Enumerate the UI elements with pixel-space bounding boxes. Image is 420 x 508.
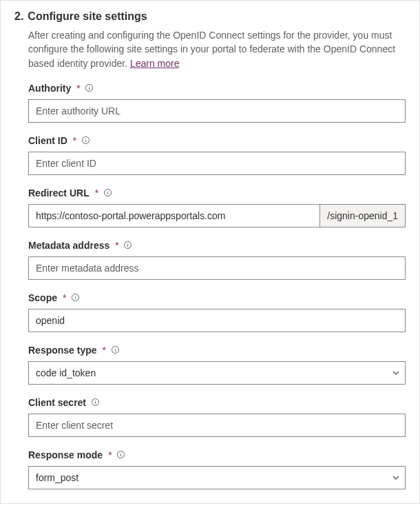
authority-label: Authority xyxy=(28,83,71,94)
response-type-select[interactable]: code id_token xyxy=(28,361,406,385)
svg-point-22 xyxy=(120,453,121,454)
svg-point-1 xyxy=(89,86,90,87)
step-title: Configure site settings xyxy=(28,10,147,23)
response-type-field: Response type * code id_token xyxy=(28,345,406,385)
response-type-label-row: Response type * xyxy=(28,345,406,356)
redirect-url-label-row: Redirect URL * xyxy=(28,187,406,199)
metadata-input[interactable] xyxy=(28,256,406,280)
step-header: 2. Configure site settings xyxy=(14,10,406,23)
redirect-url-field: Redirect URL * /signin-openid_1 xyxy=(28,187,406,227)
required-marker: * xyxy=(95,187,98,199)
info-icon[interactable] xyxy=(103,188,112,198)
client-id-input[interactable] xyxy=(28,152,406,175)
scope-label-row: Scope * xyxy=(28,292,406,303)
info-icon[interactable] xyxy=(123,241,133,250)
info-icon[interactable] xyxy=(81,136,90,145)
svg-point-16 xyxy=(115,348,116,349)
metadata-label: Metadata address xyxy=(28,240,109,251)
scope-label: Scope xyxy=(28,292,57,303)
response-mode-label-row: Response mode * xyxy=(28,449,406,460)
authority-field: Authority * xyxy=(28,83,406,123)
info-icon[interactable] xyxy=(90,398,100,407)
response-mode-field: Response mode * form_post xyxy=(28,449,406,489)
redirect-url-input-group: /signin-openid_1 xyxy=(28,204,406,227)
svg-point-19 xyxy=(95,400,96,401)
svg-point-13 xyxy=(75,296,76,296)
scope-input[interactable] xyxy=(28,309,406,332)
required-marker: * xyxy=(63,292,66,303)
info-icon[interactable] xyxy=(116,450,126,460)
client-secret-field: Client secret xyxy=(28,397,406,437)
client-id-label: Client ID xyxy=(28,135,67,146)
metadata-label-row: Metadata address * xyxy=(28,240,406,251)
step-description: After creating and configuring the OpenI… xyxy=(28,28,406,70)
response-type-select-wrap: code id_token xyxy=(28,361,406,385)
required-marker: * xyxy=(76,83,80,94)
info-icon[interactable] xyxy=(70,293,80,303)
client-secret-label-row: Client secret xyxy=(28,397,406,408)
info-icon[interactable] xyxy=(110,345,120,355)
learn-more-link[interactable]: Learn more xyxy=(130,58,180,69)
response-mode-select[interactable]: form_post xyxy=(28,466,406,489)
authority-input[interactable] xyxy=(28,99,406,123)
required-marker: * xyxy=(73,135,76,146)
info-icon[interactable] xyxy=(85,83,94,93)
client-secret-input[interactable] xyxy=(28,414,406,437)
scope-field: Scope * xyxy=(28,292,406,332)
desc-text: After creating and configuring the OpenI… xyxy=(28,30,395,69)
response-mode-select-wrap: form_post xyxy=(28,466,406,489)
svg-point-7 xyxy=(107,191,108,192)
metadata-field: Metadata address * xyxy=(28,240,406,280)
redirect-url-input[interactable] xyxy=(28,204,320,227)
svg-point-4 xyxy=(85,139,86,139)
step-number: 2. xyxy=(14,10,23,23)
response-type-label: Response type xyxy=(28,345,97,356)
configure-site-settings-card: 2. Configure site settings After creatin… xyxy=(0,0,420,504)
client-secret-label: Client secret xyxy=(28,397,86,408)
required-marker: * xyxy=(108,449,112,460)
client-id-field: Client ID * xyxy=(28,135,406,175)
redirect-url-suffix: /signin-openid_1 xyxy=(320,204,406,227)
svg-point-10 xyxy=(127,243,128,244)
required-marker: * xyxy=(103,345,106,356)
client-id-label-row: Client ID * xyxy=(28,135,406,146)
response-mode-label: Response mode xyxy=(28,449,103,460)
required-marker: * xyxy=(115,240,118,251)
redirect-url-label: Redirect URL xyxy=(28,187,90,199)
authority-label-row: Authority * xyxy=(28,83,406,94)
